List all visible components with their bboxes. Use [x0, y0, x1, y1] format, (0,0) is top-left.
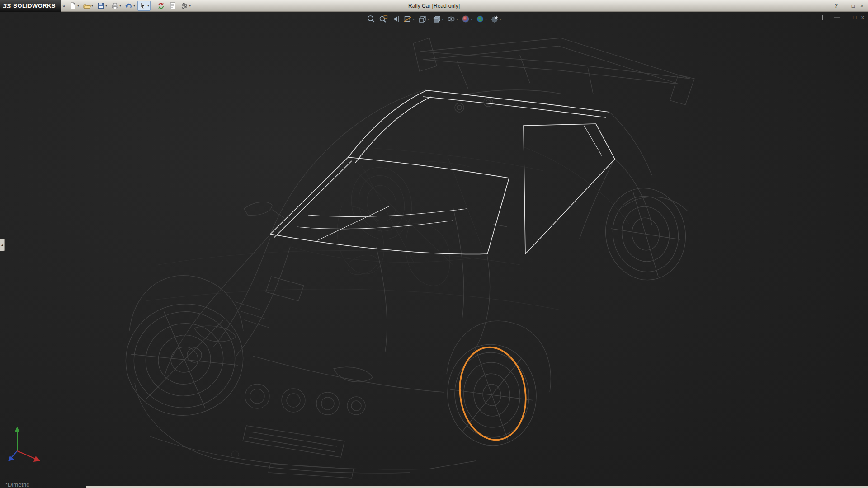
file-properties-icon	[169, 2, 177, 10]
view-orientation-icon	[418, 14, 427, 23]
display-style-icon	[432, 14, 441, 23]
section-view-icon	[403, 14, 412, 23]
scene-globe-icon	[476, 14, 485, 23]
view-orientation-label: *Dimetric	[5, 481, 29, 488]
view-settings-icon	[490, 14, 499, 23]
car-interior-lines	[146, 147, 629, 458]
minimize-button[interactable]: –	[843, 0, 846, 12]
titlebar-window-controls: ? – □ ×	[835, 0, 868, 12]
edit-appearance-button[interactable]: ▾	[460, 14, 473, 24]
graphics-viewport[interactable]: ▾ ▾ ▾ ▾	[0, 12, 868, 488]
open-button[interactable]: ▾	[81, 1, 94, 11]
rear-wing	[413, 38, 694, 105]
save-button[interactable]: ▾	[95, 1, 108, 11]
hide-show-caret[interactable]: ▾	[456, 17, 458, 21]
previous-view-icon	[391, 14, 400, 23]
select-dropdown-caret[interactable]: ▾	[147, 4, 149, 8]
save-icon	[97, 2, 105, 10]
maximize-button[interactable]: □	[852, 0, 855, 12]
zoom-to-fit-icon	[367, 14, 376, 23]
car-wireframe	[0, 12, 868, 488]
file-properties-button[interactable]	[167, 1, 178, 11]
orientation-triad	[8, 427, 40, 462]
apply-scene-caret[interactable]: ▾	[485, 17, 487, 21]
open-folder-icon	[83, 2, 91, 10]
zoom-to-fit-button[interactable]	[366, 14, 377, 24]
wheel-front-left	[115, 293, 253, 427]
save-dropdown-caret[interactable]: ▾	[105, 4, 107, 8]
zoom-to-area-icon	[379, 14, 388, 23]
edit-appearance-caret[interactable]: ▾	[471, 17, 472, 21]
undo-button[interactable]: ▾	[123, 1, 137, 11]
section-view-caret[interactable]: ▾	[413, 17, 415, 21]
select-button[interactable]: ▾	[137, 1, 151, 11]
car-body	[129, 89, 688, 478]
options-icon	[180, 2, 189, 10]
view-orientation-caret[interactable]: ▾	[427, 17, 429, 21]
toolbar-overflow-chevron[interactable]: »	[61, 3, 67, 9]
apply-scene-button[interactable]: ▾	[475, 14, 488, 24]
undo-dropdown-caret[interactable]: ▾	[133, 4, 135, 8]
doc-minimize-button[interactable]: –	[845, 14, 848, 22]
display-style-button[interactable]: ▾	[431, 14, 444, 24]
document-window-controls: – □ ×	[822, 14, 864, 22]
section-view-button[interactable]: ▾	[402, 14, 415, 24]
print-icon	[111, 2, 119, 10]
new-file-icon	[69, 2, 77, 10]
status-bar	[86, 486, 868, 488]
help-button[interactable]: ?	[835, 0, 838, 12]
heads-up-view-toolbar: ▾ ▾ ▾ ▾	[366, 14, 502, 24]
panel-collapse-arrow-icon: ◂	[1, 243, 3, 247]
view-settings-button[interactable]: ▾	[489, 14, 502, 24]
eye-icon	[447, 14, 456, 23]
hide-show-items-button[interactable]: ▾	[446, 14, 459, 24]
print-dropdown-caret[interactable]: ▾	[119, 4, 121, 8]
brand-text: SOLIDWORKS	[13, 2, 56, 9]
view-orientation-button[interactable]: ▾	[417, 14, 430, 24]
doc-restore-button[interactable]: □	[853, 14, 857, 22]
undo-icon	[125, 2, 133, 10]
document-title: Rally Car [Read-only]	[408, 0, 460, 12]
wheel-front-right	[443, 340, 541, 450]
open-dropdown-caret[interactable]: ▾	[91, 4, 93, 8]
close-button[interactable]: ×	[860, 0, 863, 12]
new-dropdown-caret[interactable]: ▾	[77, 4, 79, 8]
solidworks-logo: ЗS SOLIDWORKS	[0, 0, 61, 12]
options-button[interactable]: ▾	[179, 1, 192, 11]
feature-panel-collapse-tab[interactable]: ◂	[0, 239, 5, 251]
solidworks-logo-icon: ЗS	[3, 2, 11, 9]
appearance-ball-icon	[461, 14, 470, 23]
previous-view-button[interactable]	[390, 14, 401, 24]
titlebar: ЗS SOLIDWORKS » ▾ ▾ ▾ ▾	[0, 0, 868, 12]
print-button[interactable]: ▾	[109, 1, 123, 11]
rebuild-icon	[157, 2, 165, 10]
toolbar-separator	[153, 2, 153, 10]
doc-close-button[interactable]: ×	[861, 14, 864, 22]
options-dropdown-caret[interactable]: ▾	[189, 4, 191, 8]
view-settings-caret[interactable]: ▾	[500, 17, 501, 21]
new-button[interactable]: ▾	[67, 1, 80, 11]
zoom-to-area-button[interactable]	[378, 14, 389, 24]
select-cursor-icon	[139, 2, 147, 10]
viewport-split-horizontal-button[interactable]	[822, 15, 829, 20]
display-style-caret[interactable]: ▾	[442, 17, 443, 21]
rebuild-button[interactable]	[156, 1, 166, 11]
glass-highlight-edges	[270, 90, 615, 254]
viewport-split-vertical-button[interactable]	[834, 15, 840, 20]
